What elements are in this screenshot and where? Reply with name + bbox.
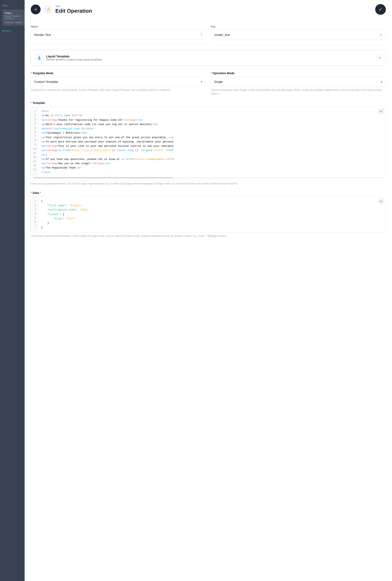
close-circle-icon: ✕: [378, 56, 381, 60]
template-mode-select-wrapper: Custom Template ▾: [31, 77, 206, 86]
name-key-row: Name Render Test T Key render_test ⊶: [31, 25, 386, 40]
sidebar-trigger-block: Trigge... Manual Triggers o... selected …: [2, 10, 25, 26]
liquid-card-title: Liquid Template: [46, 54, 103, 58]
sidebar-app-name: Sho...: [2, 4, 25, 7]
operation-mode-label: * Operation Mode: [211, 72, 386, 75]
required-star-1: *: [31, 72, 32, 75]
liquid-card-close-button[interactable]: ✕: [376, 55, 382, 61]
data-hint: JSON data to populate the template. Form…: [31, 234, 386, 238]
data-toolbar: ≡+: [378, 198, 384, 204]
chevron-down-icon-2: ▾: [381, 80, 382, 84]
template-scrollbar[interactable]: [34, 177, 383, 178]
divider: [31, 45, 386, 45]
name-input[interactable]: Render Test T: [31, 30, 206, 40]
confirm-button[interactable]: ✓: [375, 4, 386, 15]
modal-header: × ⚡ Test Edit Operation ✓: [24, 0, 392, 19]
template-section: * Template ≡+ 123456789101112131415 <div…: [31, 101, 386, 186]
required-star-3: *: [31, 101, 32, 104]
header-subtitle: Test: [55, 5, 375, 8]
header-icon: ⚡: [44, 5, 52, 14]
active-text: Active v: [4, 30, 12, 32]
close-icon: ×: [34, 7, 37, 12]
key-field-group: Key render_test ⊶: [211, 25, 386, 40]
active-badge: Active v: [2, 30, 12, 32]
data-section: * Data * ≡+ 1234567 { "first_name": "Bry…: [31, 191, 386, 238]
header-text: Test Edit Operation: [55, 5, 375, 14]
operation-mode-group: * Operation Mode Single ▾ Choose process…: [211, 72, 386, 96]
liquid-card-description: Render dynamic content using Liquid temp…: [46, 58, 103, 61]
operation-mode-select[interactable]: Single ▾: [211, 77, 386, 86]
template-hint: Enter your Liquid template here. Use {# …: [31, 182, 386, 186]
template-code-content[interactable]: <div> <p>Hi {# first_name #}!</p> <p><st…: [38, 107, 386, 177]
chevron-down-icon: ▾: [201, 80, 202, 84]
mode-row: * Template Mode Custom Template ▾ Choose…: [31, 72, 386, 96]
active-dot: [2, 30, 4, 32]
required-star-4: *: [31, 191, 32, 194]
template-expand-button[interactable]: ≡+: [378, 108, 384, 114]
name-field-group: Name Render Test T: [31, 25, 206, 40]
template-toolbar: ≡+: [378, 108, 384, 114]
template-mode-group: * Template Mode Custom Template ▾ Choose…: [31, 72, 206, 96]
operation-mode-value: Single: [214, 80, 223, 84]
template-code-editor[interactable]: ≡+ 123456789101112131415 <div> <p>Hi {# …: [31, 106, 386, 180]
data-section-label: * Data *: [31, 191, 386, 194]
data-code-lines: 1234567 { "first_name": "Bryant", "confi…: [31, 197, 386, 232]
key-input[interactable]: render_test ⊶: [211, 30, 386, 40]
required-star-5: *: [40, 191, 41, 194]
key-icon: ⊶: [379, 33, 382, 37]
name-label: Name: [31, 25, 206, 28]
liquid-card-text: Liquid Template Render dynamic content u…: [46, 54, 103, 61]
operation-mode-select-wrapper: Single ▾: [211, 77, 386, 86]
data-line-numbers: 1234567: [31, 197, 38, 232]
sidebar-trigger-desc: Manual Triggers o... selected d...: [4, 15, 23, 20]
template-scrollbar-thumb: [34, 177, 173, 178]
modal: × ⚡ Test Edit Operation ✓ Name Render Te…: [24, 0, 392, 581]
data-code-editor[interactable]: ≡+ 1234567 { "first_name": "Bryant", "co…: [31, 196, 386, 232]
text-icon: T: [200, 33, 202, 36]
lightning-icon: ⚡: [46, 7, 50, 12]
key-value: render_test: [214, 33, 230, 36]
sidebar: Sho... Trigge... Manual Triggers o... se…: [0, 0, 28, 581]
close-button[interactable]: ×: [31, 4, 40, 14]
liquid-icon: 💧: [35, 54, 43, 62]
name-value: Render Test: [34, 33, 51, 36]
page-title: Edit Operation: [55, 8, 375, 14]
modal-body: Name Render Test T Key render_test ⊶: [24, 19, 392, 250]
sidebar-collection: Collection: people: [4, 21, 23, 24]
sidebar-trigger-label: Trigge...: [4, 12, 23, 14]
required-star-2: *: [211, 72, 212, 75]
template-code-lines: 123456789101112131415 <div> <p>Hi {# fir…: [31, 107, 386, 177]
operation-mode-hint: Choose processing mode. Single: render o…: [211, 88, 386, 96]
template-mode-hint: Choose how to provide the Liquid templat…: [31, 88, 206, 92]
data-code-content[interactable]: { "first_name": "Bryant", "confirmation_…: [38, 197, 386, 232]
checkmark-icon: ✓: [379, 7, 382, 12]
template-mode-label: * Template Mode: [31, 72, 206, 75]
data-expand-button[interactable]: ≡+: [378, 198, 384, 204]
key-label: Key: [211, 25, 386, 28]
template-mode-value: Custom Template: [34, 80, 58, 84]
liquid-template-card: 💧 Liquid Template Render dynamic content…: [31, 50, 386, 66]
backdrop: Sho... Trigge... Manual Triggers o... se…: [0, 0, 392, 581]
template-section-label: * Template: [31, 101, 386, 104]
template-line-numbers: 123456789101112131415: [31, 107, 38, 177]
template-mode-select[interactable]: Custom Template ▾: [31, 77, 206, 86]
